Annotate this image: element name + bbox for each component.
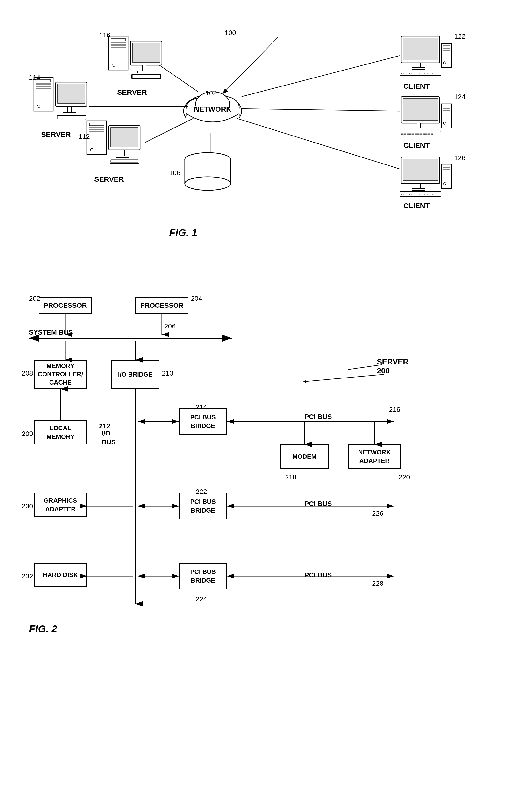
svg-rect-39 — [89, 129, 104, 130]
svg-text:▭▭▭▭▭▭▭▭▭▭▭▭: ▭▭▭▭▭▭▭▭▭▭▭▭ — [401, 193, 433, 196]
svg-rect-40 — [89, 131, 104, 132]
svg-rect-36 — [87, 121, 106, 155]
fig2-connections — [15, 290, 522, 773]
server-114 — [32, 75, 89, 133]
ref-216: 216 — [389, 406, 400, 413]
svg-rect-28 — [36, 88, 51, 89]
modem-box: MODEM — [280, 444, 328, 468]
svg-rect-73 — [417, 183, 420, 188]
fig1-caption: FIG. 1 — [169, 227, 197, 239]
svg-rect-38 — [89, 127, 104, 128]
pcibusbridge222-label: PCI BUS BRIDGE — [190, 497, 215, 515]
server116-label: SERVER — [117, 88, 147, 96]
pcibusbridge222-box: PCI BUS BRIDGE — [179, 493, 227, 519]
svg-rect-57 — [443, 48, 450, 49]
pcibus228-label: PCI BUS — [304, 571, 332, 579]
processor204-label: PROCESSOR — [140, 302, 184, 309]
graphics-label: GRAPHICS ADAPTER — [44, 496, 77, 514]
svg-rect-26 — [36, 83, 51, 84]
svg-rect-19 — [132, 43, 160, 62]
client-122: ▭▭▭▭▭▭▭▭▭▭▭▭ — [399, 34, 452, 82]
ref-114: 114 — [29, 74, 40, 81]
localmem-box: LOCAL MEMORY — [34, 420, 87, 444]
svg-rect-32 — [68, 106, 71, 112]
ref-126: 126 — [454, 154, 466, 162]
fig2-caption: FIG. 2 — [29, 623, 57, 635]
database-cylinder — [184, 152, 232, 192]
ref-222: 222 — [196, 488, 207, 496]
svg-rect-66 — [442, 104, 451, 128]
svg-rect-51 — [412, 67, 425, 70]
svg-rect-72 — [403, 159, 438, 181]
pcibus216-label: PCI BUS — [304, 413, 332, 421]
server112-label: SERVER — [94, 175, 124, 183]
ref-218: 218 — [285, 474, 297, 481]
memctrl-label: MEMORY CONTROLLER/ CACHE — [38, 362, 83, 386]
ref-230: 230 — [22, 502, 33, 510]
pcibusbridge224-box: PCI BUS BRIDGE — [179, 563, 227, 590]
svg-rect-15 — [111, 44, 126, 46]
fig2-diagram: SERVER 200 PROCESSOR 202 PROCESSOR 204 2… — [15, 290, 522, 773]
sysbus-label: SYSTEM BUS — [29, 328, 73, 336]
svg-rect-79 — [443, 169, 450, 170]
ref-202: 202 — [29, 295, 40, 303]
client122-label: CLIENT — [403, 82, 430, 90]
harddisk-label: HARD DISK — [43, 571, 78, 579]
svg-rect-77 — [442, 164, 451, 188]
svg-marker-114 — [303, 381, 306, 383]
svg-rect-74 — [412, 188, 425, 190]
pcibusbridge224-label: PCI BUS BRIDGE — [190, 567, 215, 585]
ref-220: 220 — [399, 474, 410, 481]
page: 100 NETWORK 102 — [0, 0, 532, 792]
svg-rect-44 — [121, 150, 125, 156]
ref-100: 100 — [225, 29, 236, 37]
ref-226: 226 — [372, 510, 383, 517]
ref-112: 112 — [78, 133, 90, 140]
svg-rect-31 — [57, 84, 85, 103]
pcibusbridge214-label: PCI BUS BRIDGE — [190, 413, 215, 430]
processor202-label: PROCESSOR — [44, 302, 87, 309]
svg-point-11 — [185, 177, 231, 190]
svg-rect-16 — [111, 46, 126, 48]
iobridge-box: I/O BRIDGE — [111, 360, 159, 389]
processor204-box: PROCESSOR — [135, 297, 188, 314]
netadapter-box: NETWORK ADAPTER — [348, 444, 401, 468]
ref-204: 204 — [191, 295, 202, 303]
svg-line-91 — [348, 365, 382, 370]
svg-rect-45 — [116, 156, 129, 158]
modem-label: MODEM — [292, 453, 317, 460]
svg-rect-21 — [138, 71, 151, 73]
ref-206: 206 — [164, 323, 176, 330]
svg-line-90 — [237, 118, 400, 169]
client-126: ▭▭▭▭▭▭▭▭▭▭▭▭ — [399, 155, 452, 203]
pcibus226-label: PCI BUS — [304, 500, 332, 508]
ref-116: 116 — [99, 32, 110, 39]
fig1-diagram: 100 NETWORK 102 — [24, 15, 507, 268]
pcibusbridge214-box: PCI BUS BRIDGE — [179, 408, 227, 435]
ref-224: 224 — [196, 595, 207, 603]
ref-209: 209 — [22, 430, 33, 438]
network-label: NETWORK — [179, 105, 246, 113]
svg-rect-63 — [412, 128, 425, 130]
graphics-box: GRAPHICS ADAPTER — [34, 493, 87, 517]
svg-rect-27 — [36, 85, 51, 87]
ref-122: 122 — [454, 33, 466, 40]
svg-rect-24 — [34, 77, 53, 111]
ref-214: 214 — [196, 403, 207, 411]
svg-line-88 — [242, 56, 400, 97]
svg-rect-14 — [111, 42, 126, 43]
ref-228: 228 — [372, 580, 383, 587]
svg-line-113 — [304, 374, 384, 382]
ref-208: 208 — [22, 370, 33, 377]
svg-rect-68 — [443, 108, 450, 109]
localmem-label: LOCAL MEMORY — [46, 424, 74, 441]
svg-rect-61 — [403, 99, 438, 120]
svg-rect-62 — [417, 123, 420, 128]
svg-rect-20 — [142, 65, 146, 71]
svg-rect-55 — [442, 43, 451, 67]
svg-rect-80 — [443, 171, 450, 172]
client-124: ▭▭▭▭▭▭▭▭▭▭▭▭ — [399, 94, 452, 142]
svg-rect-49 — [403, 38, 438, 60]
harddisk-box: HARD DISK — [34, 563, 87, 587]
svg-text:▭▭▭▭▭▭▭▭▭▭▭▭: ▭▭▭▭▭▭▭▭▭▭▭▭ — [401, 72, 433, 75]
